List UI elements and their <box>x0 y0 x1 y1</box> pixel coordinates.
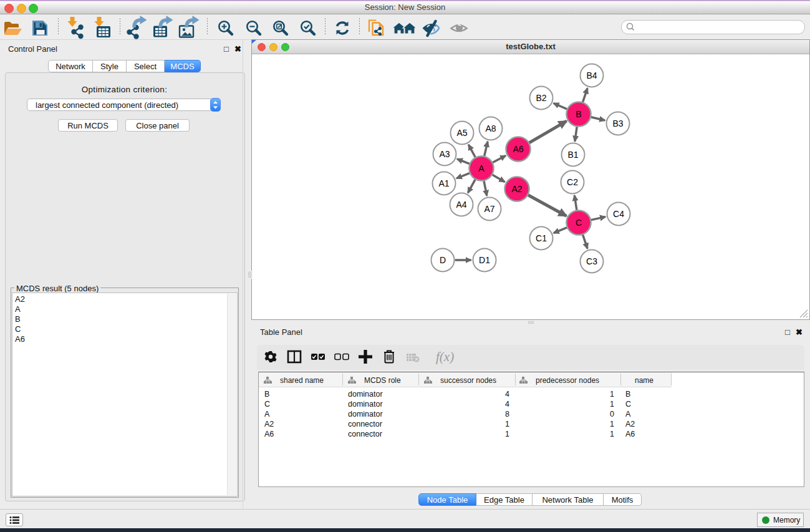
svg-text:B4: B4 <box>586 70 597 80</box>
svg-text:A4: A4 <box>456 200 466 210</box>
svg-text:A3: A3 <box>439 149 450 159</box>
svg-text:B: B <box>576 109 581 119</box>
svg-text:A5: A5 <box>456 128 467 138</box>
svg-text:C: C <box>576 218 582 228</box>
svg-text:A8: A8 <box>485 123 496 133</box>
svg-text:f(x): f(x) <box>436 349 454 364</box>
svg-text:A1: A1 <box>438 178 449 188</box>
svg-text:B3: B3 <box>612 118 623 128</box>
svg-text:D: D <box>440 255 446 265</box>
svg-text:C2: C2 <box>567 177 578 187</box>
svg-text:C1: C1 <box>536 233 547 243</box>
svg-text:C4: C4 <box>613 209 624 219</box>
svg-text:D1: D1 <box>479 255 490 265</box>
svg-text:A2: A2 <box>511 184 522 194</box>
svg-text:C3: C3 <box>586 256 597 266</box>
svg-text:A6: A6 <box>513 144 523 154</box>
svg-text:B2: B2 <box>536 93 546 103</box>
svg-text:A: A <box>478 163 485 173</box>
svg-text:B1: B1 <box>567 150 578 160</box>
svg-text:A7: A7 <box>484 204 494 214</box>
